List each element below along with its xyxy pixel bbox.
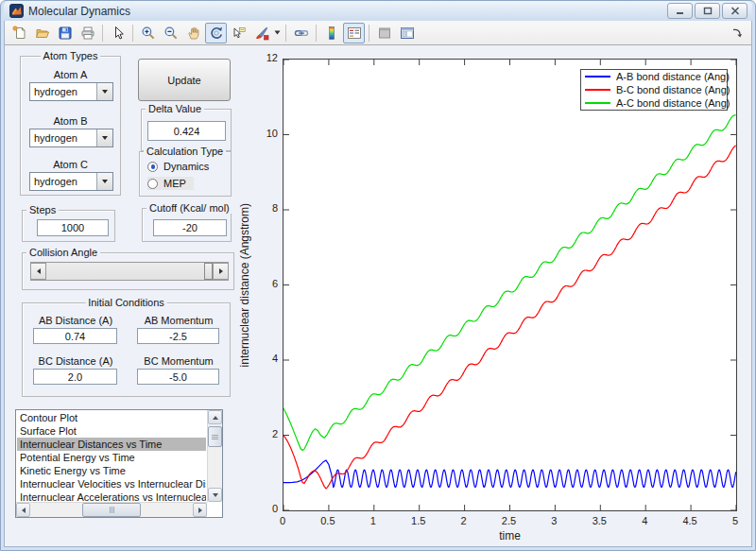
atom-a-value: hydrogen	[30, 83, 96, 100]
close-icon	[730, 7, 740, 15]
horizontal-scrollbar[interactable]	[16, 502, 207, 517]
zoom-in-button[interactable]	[137, 23, 159, 43]
zoom-out-button[interactable]	[160, 23, 181, 43]
x-tick-label: 4	[628, 515, 661, 526]
legend-entry: A-B bond distance (Ang)	[585, 71, 723, 82]
triangle-left-icon	[22, 508, 26, 513]
bc-momentum-field[interactable]: -5.0	[137, 369, 219, 385]
x-tick-label: 0	[266, 515, 299, 526]
scroll-left-button[interactable]	[16, 503, 30, 517]
save-figure-button[interactable]	[54, 23, 76, 43]
legend-line-swatch	[585, 89, 610, 91]
minimize-button[interactable]	[667, 3, 693, 19]
scroll-up-button[interactable]	[208, 410, 222, 424]
update-button-label: Update	[167, 75, 200, 86]
atom-c-dropdown-button[interactable]	[96, 173, 112, 190]
x-tick-label: 2	[448, 515, 480, 526]
bc-distance-field[interactable]: 2.0	[33, 369, 117, 385]
triangle-up-icon	[213, 416, 218, 420]
vertical-scrollbar[interactable]	[207, 410, 222, 502]
plot-axes[interactable]	[283, 59, 737, 511]
collision-angle-title: Collision Angle	[26, 247, 100, 258]
steps-panel: Steps 1000	[22, 210, 115, 242]
legend-entry: B-C bond distance (Ang)	[585, 84, 723, 95]
list-item[interactable]: Internuclear Accelerations vs Internucle…	[17, 491, 206, 501]
link-plot-button[interactable]	[290, 23, 312, 43]
slider-left-arrow[interactable]	[30, 263, 46, 280]
list-item[interactable]: Surface Plot	[17, 424, 206, 438]
data-cursor-icon	[232, 26, 247, 41]
insert-colorbar-button[interactable]	[320, 23, 342, 43]
dock-arrow-icon	[731, 27, 743, 39]
open-file-button[interactable]	[31, 23, 53, 43]
molecular-dynamics-window: Molecular Dynamics	[0, 0, 756, 551]
update-button[interactable]: Update	[138, 59, 231, 101]
list-item[interactable]: Internuclear Velocities vs Internuclear …	[17, 477, 206, 491]
ab-distance-label: AB Distance (A)	[39, 315, 112, 326]
close-button[interactable]	[722, 3, 747, 19]
legend-label: A-B bond distance (Ang)	[616, 71, 730, 82]
pan-hand-icon	[186, 26, 201, 41]
atom-a-dropdown-button[interactable]	[96, 83, 112, 100]
y-tick-label: 8	[249, 202, 278, 214]
dock-figure-button[interactable]	[726, 23, 747, 43]
pan-button[interactable]	[182, 23, 204, 43]
collision-angle-slider[interactable]	[30, 262, 229, 281]
triangle-left-icon	[37, 268, 41, 274]
calculation-type-title: Calculation Type	[144, 146, 226, 157]
maximize-icon	[703, 7, 713, 15]
atom-b-dropdown[interactable]: hydrogen	[29, 129, 113, 147]
brush-button[interactable]	[250, 23, 272, 43]
atom-c-dropdown[interactable]: hydrogen	[29, 172, 113, 191]
horizontal-scroll-thumb[interactable]	[82, 503, 141, 517]
data-cursor-button[interactable]	[228, 23, 249, 43]
cutoff-field[interactable]: -20	[153, 219, 227, 236]
colorbar-icon	[324, 26, 339, 41]
insert-legend-button[interactable]	[343, 23, 365, 43]
scroll-right-button[interactable]	[193, 503, 207, 517]
list-item[interactable]: Potential Energy vs Time	[17, 451, 206, 464]
slider-right-arrow[interactable]	[213, 263, 229, 280]
radio-icon	[147, 179, 158, 189]
cutoff-title: Cutoff (Kcal/ mol)	[146, 202, 232, 214]
chevron-down-icon	[102, 136, 108, 140]
rotate-3d-button[interactable]	[205, 23, 227, 43]
hide-plot-tools-button[interactable]	[373, 23, 395, 43]
bc-distance-label: BC Distance (A)	[39, 355, 113, 367]
atom-a-dropdown[interactable]: hydrogen	[29, 82, 113, 101]
zoom-in-icon	[141, 26, 156, 41]
dynamics-radio[interactable]: Dynamics	[147, 160, 209, 173]
vertical-scroll-thumb[interactable]	[208, 426, 222, 447]
list-item[interactable]: Internuclear Distances vs Time	[17, 438, 206, 451]
triangle-right-icon	[198, 508, 202, 513]
steps-field[interactable]: 1000	[37, 219, 109, 236]
brush-icon	[254, 26, 269, 41]
slider-thumb[interactable]	[204, 263, 213, 280]
steps-title: Steps	[26, 204, 59, 215]
atom-a-label: Atom A	[54, 69, 87, 80]
mep-radio[interactable]: MEP	[147, 177, 194, 190]
maximize-button[interactable]	[695, 3, 720, 19]
atom-types-panel: Atom Types Atom A hydrogen Atom B hydrog…	[20, 56, 121, 196]
show-plot-tools-dock-button[interactable]	[396, 23, 418, 43]
scroll-down-button[interactable]	[208, 488, 222, 502]
ab-distance-field[interactable]: 0.74	[33, 328, 117, 344]
y-tick-label: 10	[249, 128, 278, 139]
y-tick-label: 0	[249, 503, 278, 514]
x-tick-label: 3.5	[583, 515, 615, 526]
list-item[interactable]: Contour Plot	[17, 411, 206, 424]
toolbar-separator	[102, 25, 103, 42]
ab-momentum-field[interactable]: -2.5	[137, 328, 219, 344]
edit-plot-button[interactable]	[107, 23, 129, 43]
toolbar-separator	[132, 25, 133, 42]
grip-icon	[209, 427, 221, 446]
y-tick-label: 2	[249, 428, 278, 439]
figure-toolbar	[5, 21, 751, 45]
atom-b-dropdown-button[interactable]	[96, 129, 112, 146]
plot-canvas[interactable]	[284, 60, 736, 510]
delta-value-field[interactable]: 0.424	[147, 121, 226, 141]
list-item[interactable]: Kinetic Energy vs Time	[17, 464, 206, 477]
print-figure-button[interactable]	[77, 23, 98, 43]
new-figure-button[interactable]	[9, 23, 30, 43]
brush-dropdown-caret[interactable]	[273, 23, 282, 43]
